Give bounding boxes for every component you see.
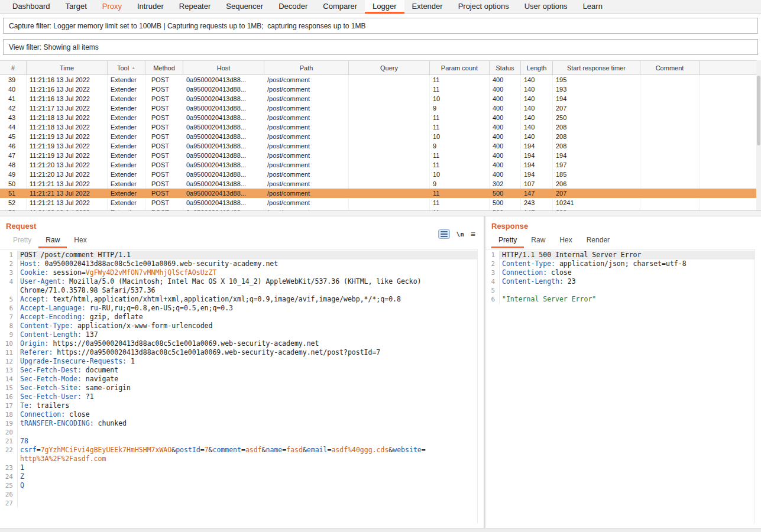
view-filter-bar[interactable]: View filter: Showing all items bbox=[3, 39, 758, 55]
tab-dashboard[interactable]: Dashboard bbox=[5, 0, 58, 14]
table-row-43[interactable]: 4311:21:18 13 Jul 2022ExtenderPOST0a9500… bbox=[0, 113, 756, 122]
table-vertical-scrollbar[interactable] bbox=[756, 60, 761, 210]
cell-tool: Extender bbox=[108, 85, 145, 94]
horizontal-splitter[interactable] bbox=[0, 210, 761, 216]
bottom-scrollbar[interactable] bbox=[0, 528, 761, 532]
cell-comment bbox=[640, 75, 700, 85]
editor-line[interactable]: 4User-Agent: Mozilla/5.0 (Macintosh; Int… bbox=[0, 277, 477, 286]
editor-line[interactable]: 3Connection: close bbox=[485, 268, 754, 277]
table-row-40[interactable]: 4011:21:16 13 Jul 2022ExtenderPOST0a9500… bbox=[0, 85, 756, 94]
tab-intruder[interactable]: Intruder bbox=[129, 0, 171, 14]
column-header-query[interactable]: Query bbox=[349, 61, 430, 74]
editor-line[interactable]: http%3A%2F%2Fasdf.com bbox=[0, 455, 477, 463]
editor-line[interactable]: 3Cookie: session=VgFWy4D2vMfON7vMNMhjQlS… bbox=[0, 268, 477, 277]
scrollbar-thumb[interactable] bbox=[757, 76, 760, 145]
editor-line[interactable]: 24Z bbox=[0, 472, 477, 481]
editor-line[interactable]: 2Content-Type: application/json; charset… bbox=[485, 259, 754, 268]
editor-line[interactable]: 2Host: 0a9500020413d88ac08c5c1e001a0069.… bbox=[0, 259, 477, 268]
tab-proxy[interactable]: Proxy bbox=[95, 0, 129, 14]
column-header-status[interactable]: Status bbox=[490, 61, 521, 74]
editor-line[interactable]: 7Accept-Encoding: gzip, deflate bbox=[0, 313, 477, 322]
editor-line[interactable]: 13Sec-Fetch-Dest: document bbox=[0, 366, 477, 375]
response-subtab-render[interactable]: Render bbox=[579, 233, 617, 248]
tab-extender[interactable]: Extender bbox=[404, 0, 451, 14]
table-row-52[interactable]: 5211:21:21 13 Jul 2022ExtenderPOST0a9500… bbox=[0, 198, 756, 207]
column-header-path[interactable]: Path bbox=[264, 61, 349, 74]
editor-menu-icon[interactable]: ≡ bbox=[471, 229, 475, 239]
editor-line[interactable]: 26 bbox=[0, 490, 477, 499]
cell-tool: Extender bbox=[108, 179, 145, 189]
tab-decoder[interactable]: Decoder bbox=[271, 0, 315, 14]
editor-line[interactable]: 25Q bbox=[0, 481, 477, 490]
request-subtab-raw[interactable]: Raw bbox=[38, 233, 67, 248]
table-row-50[interactable]: 5011:21:21 13 Jul 2022ExtenderPOST0a9500… bbox=[0, 179, 756, 189]
column-header-start-response-timer[interactable]: Start response timer bbox=[553, 61, 640, 74]
response-subtab-raw[interactable]: Raw bbox=[524, 233, 552, 248]
editor-line[interactable]: 9Content-Length: 137 bbox=[0, 330, 477, 339]
column-header-method[interactable]: Method bbox=[145, 61, 183, 74]
editor-line[interactable]: 1POST /post/comment HTTP/1.1 bbox=[0, 251, 477, 259]
cell-host: 0a9500020413d88... bbox=[183, 132, 264, 141]
table-row-39[interactable]: 3911:21:16 13 Jul 2022ExtenderPOST0a9500… bbox=[0, 75, 756, 85]
editor-line[interactable]: 6"Internal Server Error" bbox=[485, 295, 754, 304]
column-header-time[interactable]: Time bbox=[27, 61, 108, 74]
editor-line[interactable]: 14Sec-Fetch-Mode: navigate bbox=[0, 375, 477, 384]
response-editor[interactable]: 1HTTP/1.1 500 Internal Server Error2Cont… bbox=[485, 249, 755, 523]
table-row-46[interactable]: 4611:21:19 13 Jul 2022ExtenderPOST0a9500… bbox=[0, 141, 756, 151]
tab-user-options[interactable]: User options bbox=[517, 0, 575, 14]
editor-line[interactable]: 5 bbox=[485, 286, 754, 295]
editor-line[interactable]: 231 bbox=[0, 463, 477, 472]
editor-line[interactable]: Chrome/71.0.3578.98 Safari/537.36 bbox=[0, 286, 477, 295]
table-row-47[interactable]: 4711:21:19 13 Jul 2022ExtenderPOST0a9500… bbox=[0, 151, 756, 160]
editor-line[interactable]: 6Accept-Language: ru-RU,ru;q=0.8,en-US;q… bbox=[0, 304, 477, 313]
editor-line[interactable]: 4Content-Length: 23 bbox=[485, 277, 754, 286]
editor-line[interactable]: 18Connection: close bbox=[0, 410, 477, 419]
response-subtab-hex[interactable]: Hex bbox=[552, 233, 579, 248]
editor-line[interactable]: 5Accept: text/html,application/xhtml+xml… bbox=[0, 295, 477, 304]
table-row-49[interactable]: 4911:21:20 13 Jul 2022ExtenderPOST0a9500… bbox=[0, 170, 756, 179]
tab-learn[interactable]: Learn bbox=[575, 0, 610, 14]
column-header-index[interactable]: # bbox=[0, 61, 27, 74]
cell-param-count: 11 bbox=[430, 198, 490, 207]
line-number: 4 bbox=[485, 277, 500, 286]
column-header-comment[interactable]: Comment bbox=[640, 61, 700, 74]
table-row-42[interactable]: 4211:21:17 13 Jul 2022ExtenderPOST0a9500… bbox=[0, 103, 756, 113]
editor-line[interactable]: 12Upgrade-Insecure-Requests: 1 bbox=[0, 357, 477, 366]
cell-index: 44 bbox=[0, 122, 27, 132]
editor-line[interactable]: 22csrf=7gYzhMCiFvi4gBEyUEEk7HmHSHM7xWAO&… bbox=[0, 446, 477, 455]
editor-line[interactable]: 11Referer: https://0a9500020413d88ac08c5… bbox=[0, 348, 477, 357]
editor-line[interactable]: 8Content-Type: application/x-www-form-ur… bbox=[0, 322, 477, 330]
editor-line[interactable]: 16Sec-Fetch-User: ?1 bbox=[0, 392, 477, 401]
tab-project-options[interactable]: Project options bbox=[451, 0, 517, 14]
tab-repeater[interactable]: Repeater bbox=[171, 0, 218, 14]
response-subtab-pretty[interactable]: Pretty bbox=[491, 233, 524, 248]
editor-line[interactable]: 19tRANSFER-ENCODING: chunked bbox=[0, 419, 477, 428]
tab-comparer[interactable]: Comparer bbox=[315, 0, 365, 14]
column-header-host[interactable]: Host bbox=[183, 61, 264, 74]
nonprintable-chars-icon[interactable]: \n bbox=[456, 231, 464, 238]
table-row-41[interactable]: 4111:21:16 13 Jul 2022ExtenderPOST0a9500… bbox=[0, 94, 756, 103]
editor-line[interactable]: 15Sec-Fetch-Site: same-origin bbox=[0, 384, 477, 392]
table-row-45[interactable]: 4511:21:19 13 Jul 2022ExtenderPOST0a9500… bbox=[0, 132, 756, 141]
editor-line[interactable]: 1HTTP/1.1 500 Internal Server Error bbox=[485, 251, 754, 259]
editor-line[interactable]: 10Origin: https://0a9500020413d88ac08c5c… bbox=[0, 339, 477, 348]
column-header-param-count[interactable]: Param count bbox=[430, 61, 490, 74]
tab-target[interactable]: Target bbox=[58, 0, 95, 14]
request-subtab-hex[interactable]: Hex bbox=[67, 233, 93, 248]
cell-param-count: 9 bbox=[430, 103, 490, 113]
editor-line[interactable]: 17Te: trailers bbox=[0, 401, 477, 410]
column-header-length[interactable]: Length bbox=[521, 61, 553, 74]
tab-sequencer[interactable]: Sequencer bbox=[218, 0, 271, 14]
table-row-44[interactable]: 4411:21:18 13 Jul 2022ExtenderPOST0a9500… bbox=[0, 122, 756, 132]
column-header-tool[interactable]: Tool▲ bbox=[108, 61, 145, 74]
capture-filter-bar[interactable]: Capture filter: Logger memory limit set … bbox=[3, 18, 758, 34]
editor-line[interactable]: 20 bbox=[0, 428, 477, 437]
format-lines-icon[interactable] bbox=[438, 229, 450, 239]
table-row-51[interactable]: 5111:21:21 13 Jul 2022ExtenderPOST0a9500… bbox=[0, 189, 756, 198]
editor-line[interactable]: 27 bbox=[0, 499, 477, 508]
tab-logger[interactable]: Logger bbox=[365, 0, 404, 14]
cell-method: POST bbox=[145, 85, 183, 94]
request-editor[interactable]: 1POST /post/comment HTTP/1.12Host: 0a950… bbox=[0, 249, 478, 523]
editor-line[interactable]: 2178 bbox=[0, 437, 477, 446]
table-row-48[interactable]: 4811:21:20 13 Jul 2022ExtenderPOST0a9500… bbox=[0, 160, 756, 170]
